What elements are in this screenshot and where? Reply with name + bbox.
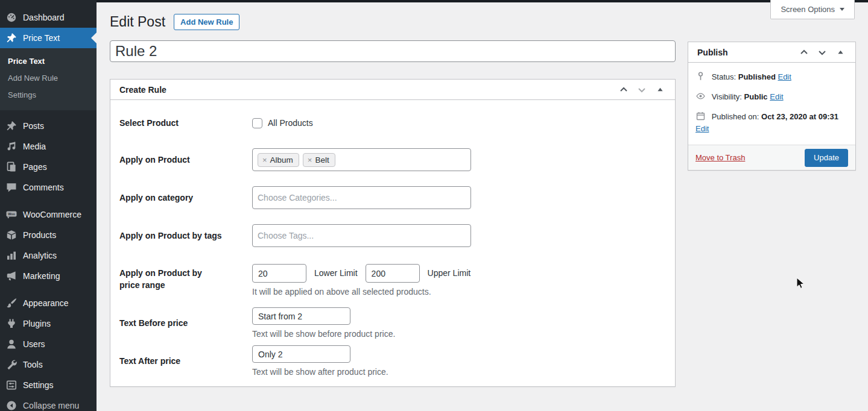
sidebar-item-label: Pages: [23, 162, 47, 172]
create-rule-panel: Create Rule Select Product All Products: [110, 79, 676, 387]
sidebar-item-label: Appearance: [23, 298, 69, 308]
tags-multiselect[interactable]: [252, 224, 471, 247]
field-label: Text Before price: [119, 317, 252, 329]
published-on-label: Published on:: [712, 112, 759, 121]
sidebar-item-label: Posts: [23, 121, 44, 131]
sidebar-item-label: Comments: [23, 183, 64, 192]
collapse-menu-button[interactable]: Collapse menu: [0, 395, 97, 411]
toggle-panel-icon[interactable]: [651, 83, 669, 97]
all-products-option: All Products: [252, 118, 313, 128]
sidebar-item-media[interactable]: Media: [0, 136, 97, 157]
status-row: Status: Published Edit: [695, 71, 848, 83]
toggle-panel-icon[interactable]: [831, 45, 849, 60]
row-select-product: Select Product All Products: [119, 117, 666, 129]
marketing-icon: [5, 270, 17, 282]
move-down-icon[interactable]: [813, 45, 831, 60]
price-text-submenu: Price Text Add New Rule Settings: [0, 48, 97, 110]
move-down-icon[interactable]: [633, 83, 651, 97]
menu-separator: [0, 198, 97, 204]
appearance-icon: [5, 297, 17, 309]
lower-limit-input[interactable]: [252, 264, 306, 283]
remove-tag-icon[interactable]: ×: [308, 155, 312, 165]
field-label: Select Product: [119, 117, 252, 129]
sidebar-item-label: Users: [23, 339, 45, 349]
visibility-row: Visibility: Public Edit: [695, 91, 848, 103]
media-icon: [5, 140, 17, 152]
text-before-price-input[interactable]: [252, 307, 350, 325]
publish-panel-body: Status: Published Edit Visibility: Publi…: [688, 63, 855, 145]
sidebar-item-woocommerce[interactable]: Woo WooCommerce: [0, 204, 97, 225]
sidebar-item-pages[interactable]: Pages: [0, 157, 97, 177]
post-title-input[interactable]: [110, 40, 676, 62]
edit-status-link[interactable]: Edit: [778, 72, 791, 81]
published-on-row: Published on: Oct 23, 2020 at 09:31 Edit: [695, 111, 848, 135]
update-button[interactable]: Update: [805, 149, 848, 167]
move-up-icon[interactable]: [795, 45, 813, 60]
price-range-fields: Lower Limit Upper Limit It will be appli…: [252, 264, 478, 296]
publish-panel-footer: Move to Trash Update: [688, 145, 855, 170]
sidebar-item-label: Analytics: [23, 251, 57, 260]
product-multiselect[interactable]: × Album × Belt: [252, 148, 471, 171]
row-apply-on-tags: Apply on Product by tags: [119, 224, 666, 247]
analytics-icon: [5, 249, 17, 262]
field-label: Apply on Product: [119, 148, 252, 166]
submenu-item-add-new-rule[interactable]: Add New Rule: [0, 69, 97, 86]
text-after-price-input[interactable]: [252, 345, 350, 363]
chevron-down-icon: [840, 8, 844, 11]
sidebar-item-settings[interactable]: Settings: [0, 375, 97, 395]
add-new-rule-button[interactable]: Add New Rule: [174, 14, 239, 30]
sidebar-item-dashboard[interactable]: Dashboard: [0, 7, 97, 28]
field-label: Apply on category: [119, 186, 252, 204]
post-status-pin-icon: [695, 71, 706, 81]
plugins-icon: [5, 318, 17, 330]
move-up-icon[interactable]: [615, 83, 633, 97]
panel-title: Create Rule: [119, 85, 166, 95]
sidebar-item-tools[interactable]: Tools: [0, 354, 97, 375]
text-before-help-text: Text will be show before product price.: [252, 329, 395, 339]
upper-limit-input[interactable]: [366, 264, 420, 283]
submenu-item-price-text[interactable]: Price Text: [0, 52, 97, 69]
move-to-trash-link[interactable]: Move to Trash: [695, 153, 745, 162]
field-label: Text After price: [119, 355, 252, 367]
sidebar-item-label: Price Text: [23, 33, 60, 43]
sidebar-item-products[interactable]: Products: [0, 225, 97, 245]
text-after-fields: Text will be show after product price.: [252, 345, 388, 377]
sidebar-item-comments[interactable]: Comments: [0, 177, 97, 198]
upper-limit-label: Upper Limit: [428, 264, 471, 283]
side-column: Publish Status: Published Edit: [688, 42, 856, 171]
sidebar-item-posts[interactable]: Posts: [0, 116, 97, 136]
sidebar-item-label: Settings: [23, 380, 54, 390]
sidebar-item-appearance[interactable]: Appearance: [0, 293, 97, 313]
sidebar-item-analytics[interactable]: Analytics: [0, 245, 97, 266]
admin-sidebar: Dashboard Price Text Price Text Add New …: [0, 0, 97, 411]
remove-tag-icon[interactable]: ×: [262, 155, 267, 165]
sidebar-item-plugins[interactable]: Plugins: [0, 313, 97, 334]
all-products-checkbox[interactable]: [252, 118, 262, 128]
category-input[interactable]: [258, 193, 466, 202]
sidebar-item-label: Products: [23, 230, 56, 240]
sidebar-item-users[interactable]: Users: [0, 334, 97, 354]
tools-icon: [5, 359, 17, 371]
edit-post-page: Edit Post Add New Rule Create Rule Selec…: [97, 2, 868, 387]
current-menu-arrow: [91, 33, 97, 43]
sidebar-item-label: Media: [23, 142, 46, 151]
screen-options-button[interactable]: Screen Options: [770, 0, 855, 19]
panel-title: Publish: [697, 48, 728, 57]
sidebar-item-label: Dashboard: [23, 13, 65, 22]
selected-product-tag: × Album: [258, 153, 299, 167]
price-range-help-text: It will be applied on above all selected…: [252, 287, 478, 296]
submenu-item-settings[interactable]: Settings: [0, 86, 97, 103]
field-label: Apply on Product by tags: [119, 224, 252, 242]
sidebar-item-marketing[interactable]: Marketing: [0, 266, 97, 286]
category-multiselect[interactable]: [252, 186, 471, 209]
sidebar-item-price-text[interactable]: Price Text: [0, 28, 97, 48]
edit-published-date-link[interactable]: Edit: [695, 124, 709, 133]
page-header: Edit Post Add New Rule: [110, 11, 856, 32]
selected-product-tag: × Belt: [303, 153, 335, 167]
tags-input[interactable]: [258, 231, 466, 240]
edit-visibility-link[interactable]: Edit: [770, 92, 783, 101]
calendar-icon: [695, 111, 706, 121]
text-before-fields: Text will be show before product price.: [252, 307, 395, 339]
dashboard-icon: [5, 11, 17, 24]
field-label: Apply on Product by price range: [119, 264, 252, 291]
